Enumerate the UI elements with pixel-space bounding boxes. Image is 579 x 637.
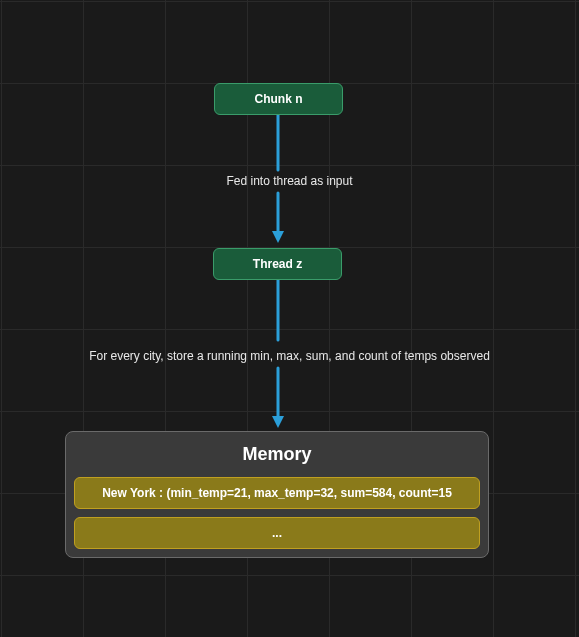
svg-marker-2	[272, 231, 284, 243]
edge-label-1: Fed into thread as input	[0, 174, 579, 188]
thread-node: Thread z	[213, 248, 342, 280]
chunk-label: Chunk n	[255, 92, 303, 106]
diagram-canvas: Chunk n Fed into thread as input Thread …	[0, 0, 579, 637]
thread-label: Thread z	[253, 257, 302, 271]
memory-panel: Memory New York : (min_temp=21, max_temp…	[65, 431, 489, 558]
memory-row: ...	[74, 517, 480, 549]
edge-label-2: For every city, store a running min, max…	[0, 349, 579, 363]
svg-marker-5	[272, 416, 284, 428]
memory-title: Memory	[66, 432, 488, 477]
chunk-node: Chunk n	[214, 83, 343, 115]
memory-content: New York : (min_temp=21, max_temp=32, su…	[66, 477, 488, 557]
memory-row: New York : (min_temp=21, max_temp=32, su…	[74, 477, 480, 509]
